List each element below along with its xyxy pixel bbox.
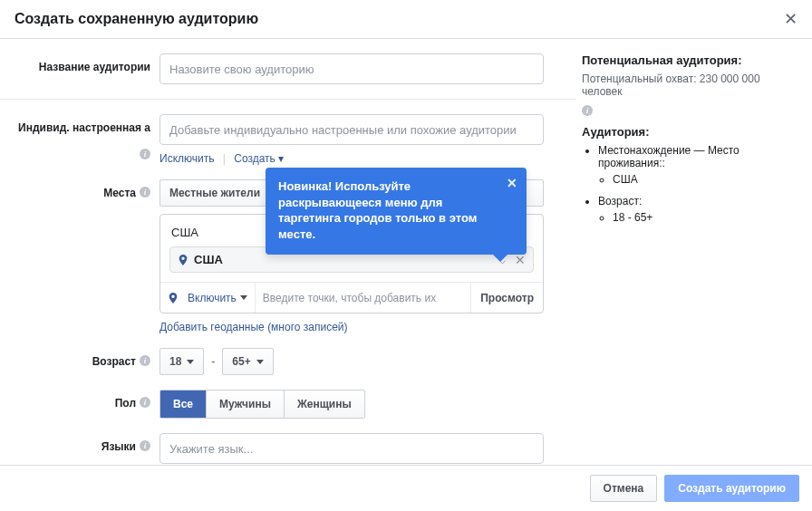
audience-name-input[interactable]: [160, 53, 544, 84]
info-icon: i: [140, 187, 150, 198]
location-search-input[interactable]: [256, 283, 470, 313]
modal-title: Создать сохраненную аудиторию: [14, 11, 258, 27]
create-audience-button[interactable]: Создать аудиторию: [664, 475, 799, 502]
gender-all[interactable]: Все: [160, 390, 207, 418]
row-gender: Пол i Все Мужчины Женщины: [0, 390, 576, 419]
feature-tooltip: Новинка! Используйте раскрывающееся меню…: [266, 168, 527, 255]
row-audience-name: Название аудитории: [0, 53, 576, 84]
exclude-link[interactable]: Исключить: [160, 152, 214, 165]
pin-icon: [178, 255, 188, 265]
info-icon: i: [582, 105, 593, 116]
close-icon[interactable]: ✕: [784, 11, 798, 27]
gender-male[interactable]: Мужчины: [207, 390, 285, 418]
label-audience-name: Название аудитории: [39, 61, 150, 73]
bulk-geodata-row: Добавить геоданные (много записей): [160, 321, 569, 333]
languages-input[interactable]: [160, 433, 544, 464]
preview-button[interactable]: Просмотр: [470, 283, 543, 313]
residents-dropdown[interactable]: Местные жители Новинка! Используйте раск…: [160, 179, 544, 207]
custom-audience-input[interactable]: [160, 114, 544, 145]
row-custom-audience: Индивид. настроенная а i Исключить | Соз…: [0, 114, 576, 165]
row-age: Возраст i 18 - 65+: [0, 348, 576, 375]
modal-footer: Отмена Создать аудиторию: [0, 465, 812, 511]
label-age: Возраст: [92, 355, 136, 368]
location-chip-label: США: [194, 253, 499, 266]
summary-age-value: 18 - 65+: [613, 211, 801, 224]
label-locations: Места: [103, 187, 136, 199]
tooltip-close-icon[interactable]: ✕: [507, 177, 517, 189]
audience-summary-list: Местонахождение — Место проживания:: США…: [582, 144, 801, 224]
caret-down-icon: [256, 360, 264, 364]
potential-audience-title: Потенциальная аудитория:: [582, 53, 801, 67]
create-saved-audience-modal: Создать сохраненную аудиторию ✕ Название…: [0, 0, 812, 511]
residents-dropdown-label: Местные жители: [169, 187, 260, 199]
age-range-separator: -: [211, 355, 215, 368]
label-gender: Пол: [115, 397, 136, 410]
summary-location: Местонахождение — Место проживания:: США: [598, 144, 801, 186]
row-locations: Места i Местные жители Новинка! Использу…: [0, 179, 576, 333]
gender-segmented: Все Мужчины Женщины: [160, 390, 365, 419]
tooltip-arrow-icon: [492, 254, 508, 262]
modal-body: Название аудитории Индивид. настроенная …: [0, 39, 812, 486]
include-label: Включить: [188, 292, 237, 304]
tooltip-text: Новинка! Используйте раскрывающееся меню…: [278, 179, 477, 241]
potential-reach-value: Потенциальный охват: 230 000 000 человек: [582, 72, 801, 98]
cancel-button[interactable]: Отмена: [590, 475, 658, 502]
form-column: Название аудитории Индивид. настроенная …: [0, 39, 576, 486]
label-languages: Языки: [102, 440, 136, 453]
create-new-link[interactable]: Создать ▾: [234, 152, 284, 165]
include-dropdown[interactable]: Включить: [160, 283, 256, 313]
bulk-geodata-link[interactable]: Добавить геоданные (много записей): [160, 321, 348, 333]
modal-header: Создать сохраненную аудиторию ✕: [0, 0, 812, 39]
divider: [0, 99, 576, 100]
summary-age: Возраст: 18 - 65+: [598, 195, 801, 224]
audience-summary-title: Аудитория:: [582, 125, 801, 139]
caret-down-icon: [187, 360, 194, 364]
remove-location-icon[interactable]: ✕: [515, 254, 526, 266]
caret-down-icon: [240, 295, 247, 300]
info-icon: i: [140, 440, 150, 451]
pin-icon: [168, 293, 179, 304]
location-input-row: Включить Просмотр: [160, 282, 543, 313]
info-icon: i: [140, 355, 150, 366]
age-min-dropdown[interactable]: 18: [160, 348, 204, 375]
info-icon: i: [140, 397, 150, 408]
age-max-dropdown[interactable]: 65+: [222, 348, 273, 375]
info-icon: i: [140, 149, 150, 159]
summary-location-value: США: [613, 173, 801, 186]
gender-female[interactable]: Женщины: [285, 390, 364, 418]
custom-audience-links: Исключить | Создать ▾: [160, 152, 569, 165]
side-panel: Потенциальная аудитория: Потенциальный о…: [576, 39, 812, 486]
label-custom-audience: Индивид. настроенная а: [18, 121, 150, 134]
row-languages: Языки i: [0, 433, 576, 464]
